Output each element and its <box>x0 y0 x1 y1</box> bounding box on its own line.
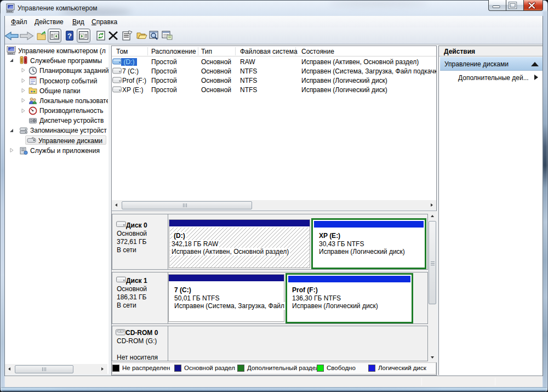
svg-text:?: ? <box>67 32 72 40</box>
